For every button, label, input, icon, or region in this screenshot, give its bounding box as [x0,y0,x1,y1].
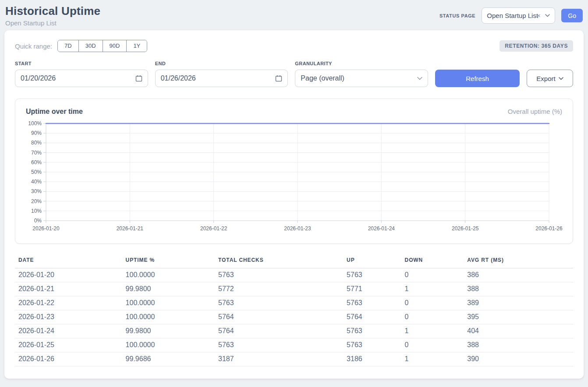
table-row: 2026-01-22100.0000576357630389 [15,296,573,310]
table-cell: 99.9800 [122,282,215,296]
svg-text:2026-01-24: 2026-01-24 [368,225,395,232]
table-cell: 5764 [343,310,401,324]
svg-text:40%: 40% [31,179,42,185]
uptime-chart-card: Uptime over time Overall uptime (%) 100%… [15,99,573,244]
table-cell: 5763 [215,338,343,352]
table-cell: 5763 [343,324,401,338]
table-cell: 2026-01-21 [15,282,122,296]
start-date-value: 01/20/2026 [21,74,56,82]
table-row: 2026-01-23100.0000576457640395 [15,310,573,324]
export-button[interactable]: Export [527,70,573,87]
svg-text:0%: 0% [34,218,42,224]
granularity-label: GRANULARITY [295,61,428,66]
quick-range-label: Quick range: [15,42,52,50]
start-date-field: START 01/20/2026 [15,61,148,87]
table-cell: 0 [401,310,464,324]
quick-range-30d-button[interactable]: 30D [78,40,103,52]
start-date-label: START [15,61,148,66]
status-page-label: STATUS PAGE [439,13,475,18]
table-cell: 0 [401,338,464,352]
calendar-icon[interactable] [275,75,282,82]
column-header: AVG RT (MS) [464,254,573,268]
svg-text:30%: 30% [31,188,42,194]
calendar-icon[interactable] [135,75,142,82]
column-header: UP [343,254,401,268]
page-subtitle: Open Startup List [5,19,100,27]
page-title: Historical Uptime [5,4,100,18]
status-page-select-value: Open Startup List [487,12,538,19]
header-controls: STATUS PAGE Open Startup List× Go [439,7,583,24]
table-cell: 2026-01-22 [15,296,122,310]
granularity-select[interactable]: Page (overall) [295,70,428,87]
chevron-down-icon [417,77,422,80]
table-cell: 5763 [343,338,401,352]
filters-row-main: START 01/20/2026 END 01/26/2026 GRANULAR… [15,61,573,87]
table-cell: 3187 [215,352,343,366]
go-button[interactable]: Go [561,9,583,22]
table-cell: 388 [464,338,573,352]
table-cell: 5764 [215,310,343,324]
table-cell: 5764 [215,324,343,338]
table-cell: 99.9686 [122,352,215,366]
chart-legend: Overall uptime (%) [508,108,562,115]
table-cell: 388 [464,282,573,296]
table-cell: 3186 [343,352,401,366]
page-header: Historical Uptime Open Startup List STAT… [0,0,588,30]
table-cell: 1 [401,352,464,366]
svg-text:2026-01-26: 2026-01-26 [535,225,563,232]
table-cell: 1 [401,282,464,296]
table-cell: 2026-01-20 [15,268,122,282]
quick-range-7d-button[interactable]: 7D [58,40,78,52]
table-row: 2026-01-2499.9800576457631404 [15,324,573,338]
svg-text:2026-01-23: 2026-01-23 [284,225,311,232]
table-cell: 395 [464,310,573,324]
chart-title: Uptime over time [26,108,83,116]
table-cell: 0 [401,296,464,310]
table-cell: 389 [464,296,573,310]
column-header: DOWN [401,254,464,268]
svg-text:20%: 20% [31,198,42,204]
start-date-input[interactable]: 01/20/2026 [15,70,148,87]
table-cell: 2026-01-24 [15,324,122,338]
table-header-row: DATEUPTIME %TOTAL CHECKSUPDOWNAVG RT (MS… [15,254,573,268]
granularity-field: GRANULARITY Page (overall) [295,61,428,87]
end-date-value: 01/26/2026 [161,74,196,82]
end-date-input[interactable]: 01/26/2026 [155,70,288,87]
svg-text:60%: 60% [31,159,42,165]
table-row: 2026-01-20100.0000576357630386 [15,268,573,282]
column-header: UPTIME % [122,254,215,268]
table-cell: 0 [401,268,464,282]
table-cell: 5772 [215,282,343,296]
svg-text:90%: 90% [31,130,42,136]
quick-range-1y-button[interactable]: 1Y [126,40,147,52]
chart-header: Uptime over time Overall uptime (%) [26,108,562,116]
table-cell: 2026-01-26 [15,352,122,366]
end-date-label: END [155,61,288,66]
status-page-select[interactable]: Open Startup List× [482,7,555,24]
table-cell: 100.0000 [122,296,215,310]
table-cell: 5763 [343,268,401,282]
table-cell: 390 [464,352,573,366]
refresh-button[interactable]: Refresh [435,70,520,87]
table-row: 2026-01-25100.0000576357630388 [15,338,573,352]
quick-range-90d-button[interactable]: 90D [103,40,127,52]
title-block: Historical Uptime Open Startup List [5,4,100,27]
table-cell: 99.9800 [122,324,215,338]
svg-text:100%: 100% [28,120,42,127]
table-cell: 386 [464,268,573,282]
table-cell: 1 [401,324,464,338]
chevron-down-icon [545,14,550,17]
svg-text:10%: 10% [31,208,42,214]
svg-text:2026-01-25: 2026-01-25 [452,225,479,232]
table-cell: 5763 [215,268,343,282]
table-cell: 5771 [343,282,401,296]
clear-selection-icon[interactable]: × [537,12,541,19]
table-cell: 100.0000 [122,268,215,282]
column-header: DATE [15,254,122,268]
column-header: TOTAL CHECKS [215,254,343,268]
svg-text:2026-01-21: 2026-01-21 [117,225,144,232]
export-button-label: Export [536,75,555,82]
table-row: 2026-01-2699.9686318731861390 [15,352,573,366]
table-cell: 2026-01-25 [15,338,122,352]
svg-text:50%: 50% [31,169,42,175]
